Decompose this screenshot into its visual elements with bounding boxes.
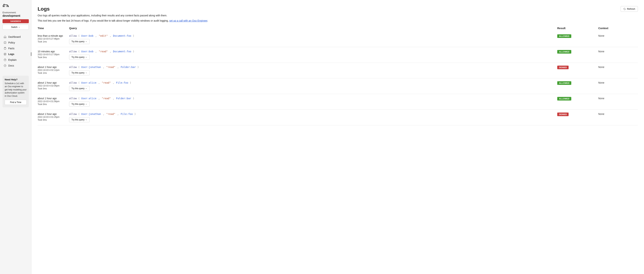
result-column: ALLOWED: [557, 34, 598, 38]
help-card: Need Help? Schedule a 1x1 with an Oso en…: [2, 76, 29, 107]
context-column: None: [598, 81, 638, 84]
sidebar-item-dashboard[interactable]: Dashboard: [2, 34, 29, 40]
pencil-square-icon: [4, 41, 6, 44]
context-column: None: [598, 50, 638, 53]
external-link-icon: [4, 64, 6, 67]
find-time-button[interactable]: Find a Time: [5, 100, 27, 105]
time-column: less than a minute ago2022-10-03 5:27:46…: [38, 34, 69, 43]
try-query-button[interactable]: Try this query →: [69, 70, 90, 75]
sidebar-item-label: Docs: [8, 64, 14, 67]
sandbox-badge: SANDBOX: [2, 19, 29, 23]
environment-label: Environment:: [2, 11, 29, 14]
sidebar-item-explain[interactable]: Explain: [2, 57, 29, 63]
context-column: None: [598, 66, 638, 68]
logs-icon: [4, 53, 6, 55]
sidebar-item-facts[interactable]: Facts: [2, 45, 29, 51]
question-circle-icon: [4, 58, 6, 61]
query-code: allow ( User:bob , "edit" , Document:foo…: [69, 34, 557, 37]
page-title: Logs: [38, 6, 50, 12]
result-denied-badge: DENIED: [557, 66, 568, 69]
time-relative: about 1 hour ago: [38, 113, 69, 115]
try-query-button[interactable]: Try this query →: [69, 102, 90, 107]
query-column: allow ( User:bob , "read" , Document:foo…: [69, 50, 557, 60]
time-absolute: 2022-10-03 4:31:56pm: [38, 100, 69, 103]
table-header: Time Query Result Context: [38, 24, 638, 31]
context-column: None: [598, 34, 638, 37]
time-column: about 1 hour ago2022-10-03 4:32:05pmTook…: [38, 81, 69, 90]
result-column: ALLOWED: [557, 81, 598, 85]
context-column: None: [598, 97, 638, 100]
time-column: about 1 hour ago2022-10-03 4:31:25pmTook…: [38, 113, 69, 121]
query-column: allow ( User:alice , "read" , File:foo )…: [69, 81, 557, 91]
result-column: ALLOWED: [557, 50, 598, 54]
bear-logo-icon: [2, 3, 9, 7]
description-line-2: This tool lets you see the last 24 hours…: [38, 19, 638, 23]
time-duration: Took 0ms: [38, 87, 69, 90]
time-absolute: 2022-10-03 4:32:05pm: [38, 84, 69, 87]
sidebar-item-label: Facts: [8, 47, 14, 50]
home-icon: [4, 35, 6, 38]
query-code: allow ( User:bob , "read" , Document:foo…: [69, 50, 557, 53]
sidebar-item-label: Dashboard: [8, 35, 21, 38]
sidebar-item-label: Policy: [8, 41, 15, 44]
time-duration: Took 0ms: [38, 103, 69, 106]
query-column: allow ( User:jonathan , "read" , File:fo…: [69, 113, 557, 122]
time-column: about 1 hour ago2022-10-03 4:32:12pmTook…: [38, 66, 69, 74]
column-query: Query: [69, 27, 557, 30]
sidebar-item-label: Explain: [8, 58, 16, 61]
sidebar-item-policy[interactable]: Policy: [2, 40, 29, 45]
query-code: allow ( User:alice , "read" , Folder:bar…: [69, 97, 557, 100]
time-column: 10 minutes ago2022-10-03 5:17:30pmTook 0…: [38, 50, 69, 59]
logo[interactable]: [2, 3, 29, 7]
time-duration: Took 1ms: [38, 72, 69, 74]
setup-call-link[interactable]: set up a call with an Oso Engineer: [169, 19, 208, 22]
result-column: ALLOWED: [557, 97, 598, 100]
query-code: allow ( User:alice , "read" , File:foo ): [69, 81, 557, 84]
main-content: Logs Refresh Oso logs all queries made b…: [32, 0, 644, 274]
try-query-button[interactable]: Try this query →: [69, 86, 90, 91]
log-row: about 1 hour ago2022-10-03 4:31:56pmTook…: [38, 94, 638, 110]
query-column: allow ( User:alice , "read" , Folder:bar…: [69, 97, 557, 107]
result-column: DENIED: [557, 66, 598, 69]
query-column: allow ( User:jonathan , "read" , Folder:…: [69, 66, 557, 75]
nav-list: Dashboard Policy Facts Logs Explain Docs: [2, 34, 29, 68]
log-row: 10 minutes ago2022-10-03 5:17:30pmTook 0…: [38, 47, 638, 63]
clipboard-icon: [4, 47, 6, 50]
try-query-button[interactable]: Try this query →: [69, 117, 90, 122]
column-time: Time: [38, 27, 69, 30]
column-result: Result: [557, 27, 598, 30]
sidebar-item-logs[interactable]: Logs: [2, 51, 29, 57]
time-relative: about 1 hour ago: [38, 66, 69, 68]
time-absolute: 2022-10-03 4:31:25pm: [38, 116, 69, 118]
time-duration: Took 0ms: [38, 56, 69, 59]
context-column: None: [598, 113, 638, 115]
sidebar-item-docs[interactable]: Docs: [2, 63, 29, 68]
refresh-icon: [623, 8, 626, 10]
try-query-button[interactable]: Try this query →: [69, 55, 90, 60]
result-column: DENIED: [557, 113, 598, 116]
refresh-button[interactable]: Refresh: [620, 6, 638, 12]
time-absolute: 2022-10-03 5:17:30pm: [38, 53, 69, 56]
query-code: allow ( User:jonathan , "read" , Folder:…: [69, 66, 557, 68]
switch-environment-button[interactable]: Switch →: [2, 25, 29, 30]
result-allowed-badge: ALLOWED: [557, 34, 571, 38]
help-title: Need Help?: [5, 78, 27, 81]
time-absolute: 2022-10-03 5:27:46pm: [38, 37, 69, 40]
log-row: about 1 hour ago2022-10-03 4:32:12pmTook…: [38, 63, 638, 78]
time-duration: Took 0ms: [38, 119, 69, 121]
try-query-button[interactable]: Try this query →: [69, 39, 90, 44]
result-allowed-badge: ALLOWED: [557, 97, 571, 100]
result-allowed-badge: ALLOWED: [557, 50, 571, 54]
log-row: about 1 hour ago2022-10-03 4:32:05pmTook…: [38, 78, 638, 94]
sidebar-item-label: Logs: [8, 53, 14, 55]
log-rows: less than a minute ago2022-10-03 5:27:46…: [38, 31, 638, 125]
query-column: allow ( User:bob , "edit" , Document:foo…: [69, 34, 557, 44]
result-denied-badge: DENIED: [557, 113, 568, 116]
column-context: Context: [598, 27, 638, 30]
time-duration: Took 1ms: [38, 40, 69, 43]
description-line-1: Oso logs all queries made by your applic…: [38, 14, 638, 17]
sidebar: Environment: development SANDBOX Switch …: [0, 0, 32, 274]
query-code: allow ( User:jonathan , "read" , File:fo…: [69, 113, 557, 115]
log-row: about 1 hour ago2022-10-03 4:31:25pmTook…: [38, 110, 638, 125]
environment-name: development: [2, 14, 29, 17]
